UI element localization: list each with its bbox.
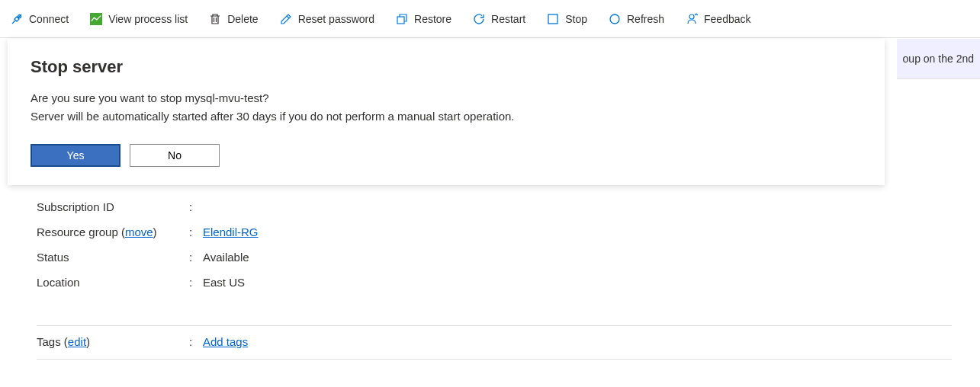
resource-group-value[interactable]: Elendil-RG <box>203 225 259 238</box>
dialog-title: Stop server <box>31 57 862 77</box>
stop-label: Stop <box>565 13 587 25</box>
toolbar: Connect View process list Delete Reset p… <box>0 0 980 38</box>
svg-rect-2 <box>548 14 557 24</box>
dialog-message-line2: Server will be automatically started aft… <box>31 110 514 123</box>
connect-icon <box>11 13 23 25</box>
reset-password-button[interactable]: Reset password <box>269 8 385 30</box>
no-button[interactable]: No <box>130 144 220 167</box>
banner-text: oup on the 2nd <box>903 53 974 65</box>
subscription-id-row: Subscription ID : <box>37 194 952 219</box>
refresh-label: Refresh <box>627 13 664 25</box>
move-link[interactable]: move <box>125 225 153 238</box>
colon: : <box>189 335 203 348</box>
status-value: Available <box>203 251 249 264</box>
divider <box>37 359 952 360</box>
reset-password-label: Reset password <box>298 13 374 25</box>
colon: : <box>189 276 203 289</box>
yes-button[interactable]: Yes <box>31 144 120 167</box>
connect-button[interactable]: Connect <box>0 8 79 30</box>
resource-group-row: Resource group (move) : Elendil-RG <box>37 219 952 245</box>
info-banner: oup on the 2nd <box>897 39 980 79</box>
colon: : <box>189 251 203 264</box>
restore-button[interactable]: Restore <box>385 8 462 30</box>
restart-label: Restart <box>491 13 525 25</box>
dialog-message-line1: Are you sure you want to stop mysql-mvu-… <box>31 91 269 104</box>
trash-icon <box>209 13 221 25</box>
colon: : <box>189 225 203 238</box>
resource-group-label: Resource group (move) <box>37 225 189 238</box>
refresh-button[interactable]: Refresh <box>598 8 675 30</box>
delete-button[interactable]: Delete <box>198 8 268 30</box>
view-process-list-label: View process list <box>108 13 188 25</box>
tags-label: Tags (edit) <box>37 335 189 348</box>
stop-icon <box>547 13 559 25</box>
refresh-icon <box>609 13 621 25</box>
location-value: East US <box>203 276 245 289</box>
status-label: Status <box>37 251 189 264</box>
dialog-message: Are you sure you want to stop mysql-mvu-… <box>31 89 862 126</box>
subscription-id-label: Subscription ID <box>37 200 189 213</box>
colon: : <box>189 200 203 213</box>
edit-link[interactable]: edit <box>68 335 86 348</box>
feedback-icon <box>686 13 698 25</box>
restart-button[interactable]: Restart <box>462 8 536 30</box>
location-row: Location : East US <box>37 270 952 295</box>
dialog-buttons: Yes No <box>31 144 862 167</box>
stop-server-dialog: Stop server Are you sure you want to sto… <box>8 39 885 185</box>
delete-label: Delete <box>227 13 258 25</box>
tags-row: Tags (edit) : Add tags <box>37 325 952 354</box>
process-list-icon <box>90 13 102 25</box>
feedback-button[interactable]: Feedback <box>675 8 761 30</box>
stop-button[interactable]: Stop <box>536 8 598 30</box>
location-label: Location <box>37 276 189 289</box>
restore-icon <box>396 13 408 25</box>
details-section: Subscription ID : Resource group (move) … <box>37 194 952 360</box>
view-process-list-button[interactable]: View process list <box>79 8 198 30</box>
svg-point-3 <box>689 14 694 19</box>
restart-icon <box>473 13 485 25</box>
restore-label: Restore <box>414 13 451 25</box>
feedback-label: Feedback <box>704 13 750 25</box>
pencil-icon <box>280 13 292 25</box>
add-tags-link[interactable]: Add tags <box>203 335 248 348</box>
status-row: Status : Available <box>37 245 952 270</box>
svg-rect-1 <box>397 17 404 24</box>
connect-label: Connect <box>29 13 69 25</box>
